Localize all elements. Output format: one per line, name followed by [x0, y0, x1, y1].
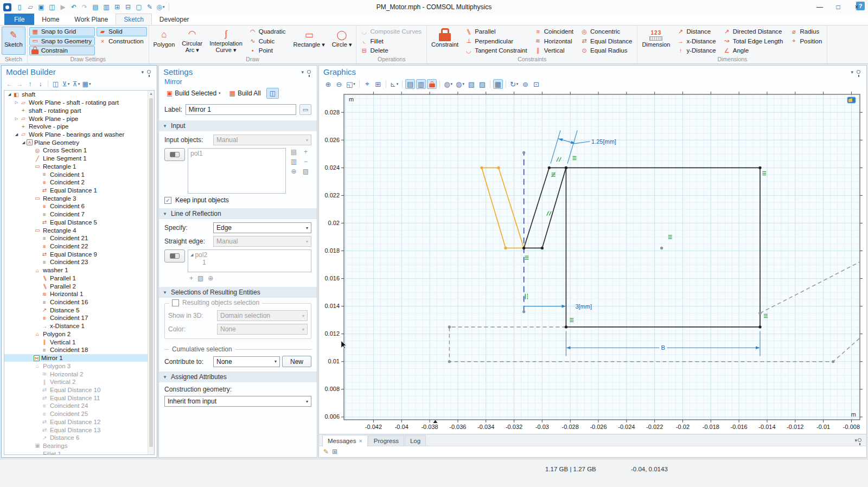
list-item[interactable]: pol1 — [190, 150, 283, 157]
y-distance-button[interactable]: ↑y-Distance — [674, 46, 719, 55]
measurement-table-toggle-button[interactable]: ▦ — [493, 79, 503, 89]
tree-item-x-distance-1[interactable]: →x-Distance 1 — [4, 322, 148, 330]
panel-menu-icon[interactable]: ▾ — [301, 69, 304, 75]
deselect-box-button[interactable]: ▨ — [477, 79, 487, 89]
work-plane-clipping-toggle-button[interactable]: ▥ — [416, 79, 426, 89]
cubic-button[interactable]: ∿Cubic — [247, 37, 289, 46]
select-box-button[interactable]: ▧ — [467, 79, 476, 89]
copy-log-button[interactable]: ⊞ — [332, 448, 337, 456]
specify-select[interactable]: Edge▾ — [213, 222, 311, 233]
expander-icon[interactable]: ◢ — [14, 132, 20, 137]
show-button[interactable]: ◫ — [51, 79, 60, 88]
copy-button[interactable]: ▤ — [91, 2, 100, 12]
tab-home[interactable]: Home — [34, 14, 67, 25]
tree-item-rectangle-4[interactable]: ▭Rectangle 4 — [4, 226, 148, 234]
point-button[interactable]: •Point — [247, 46, 289, 55]
paste-button[interactable]: ▥ — [101, 2, 111, 12]
redo-button[interactable]: ↷ — [80, 2, 90, 12]
snap-to-geometry-button[interactable]: ▭Snap to Geometry — [29, 37, 95, 46]
build-all-button[interactable]: ▦ Build All — [226, 88, 264, 99]
reset-view-button[interactable]: ↻▾ — [509, 79, 519, 89]
construction-geometry-select[interactable]: Inherit from input▾ — [164, 396, 311, 407]
move-up-button[interactable]: ↑ — [25, 79, 35, 88]
panel-menu-icon[interactable]: ▾ — [141, 69, 144, 75]
print-button[interactable]: ⊡ — [531, 79, 541, 89]
panel-menu-icon[interactable]: ▾ — [854, 438, 857, 443]
zoom-to-selection-icon[interactable]: ⊕ — [289, 168, 299, 176]
tab-log[interactable]: Log — [405, 435, 426, 446]
tree-item-revolve-pipe[interactable]: +Revolve - pipe — [4, 123, 148, 131]
vertical-button[interactable]: ∥Vertical — [532, 46, 577, 55]
x-distance-button[interactable]: →x-Distance — [674, 37, 719, 46]
open-recovery-button[interactable]: ◫ — [47, 2, 57, 12]
composite-curves-button[interactable]: ◡Composite Curves — [358, 27, 425, 36]
section-assigned-attributes[interactable]: ▼ Assigned Attributes — [159, 371, 317, 382]
tree-item-coincident-22[interactable]: ≡Coincident 22 — [4, 242, 148, 251]
tree-item-coincident-7[interactable]: ≡Coincident 7 — [4, 210, 148, 219]
constraint-button[interactable]: Constraint — [429, 27, 461, 55]
expander-icon[interactable]: ◢ — [190, 253, 193, 257]
fillet-button[interactable]: ◟Fillet — [358, 37, 425, 46]
collapse-all-button[interactable]: ⊼▾ — [72, 79, 81, 88]
expand-all-button[interactable]: ⊻▾ — [61, 79, 71, 88]
tree-item-equal-distance-9[interactable]: ⇄Equal Distance 9 — [4, 250, 148, 258]
delete-button[interactable]: ⊟ — [123, 2, 133, 12]
reference-point[interactable] — [832, 360, 834, 363]
zoom-to-selection-icon[interactable]: ⊕ — [208, 274, 213, 283]
clear-log-button[interactable]: ✎ — [323, 448, 329, 456]
clear-selection-icon[interactable]: ▨ — [301, 168, 311, 176]
tree-item-shaft-rotating-part[interactable]: +shaft - rotating part — [4, 106, 148, 114]
view-orientation-button[interactable]: ⊾▾ — [389, 79, 399, 89]
tree-item-equal-distance-12[interactable]: ⇄Equal Distance 12 — [4, 418, 148, 426]
run-button[interactable]: ▶ — [58, 2, 68, 12]
tree-item-line-segment-1[interactable]: ╱Line Segment 1 — [4, 155, 148, 163]
tree-item-distance-5[interactable]: ↗Distance 5 — [4, 306, 148, 314]
tree-item-coincident-17[interactable]: ≡Coincident 17 — [4, 314, 148, 322]
parallel-button[interactable]: ∥Parallel — [463, 27, 531, 36]
tree-item-distance-6[interactable]: ↗Distance 6 — [4, 434, 148, 442]
tree-item-work-plane-shaft-rotating-part[interactable]: ▷▱Work Plane - shaft - rotating part — [4, 99, 148, 107]
edit-button[interactable]: ✎ — [145, 2, 155, 12]
contribute-to-select[interactable]: None▾ — [213, 356, 280, 367]
tree-item-coincident-1[interactable]: ≡Coincident 1 — [4, 170, 148, 178]
minimize-button[interactable]: — — [810, 1, 829, 14]
tree-item-rectangle-1[interactable]: ▭Rectangle 1 — [4, 162, 148, 170]
horizontal-button[interactable]: ≋Horizontal — [532, 37, 577, 46]
reference-point[interactable] — [448, 325, 451, 328]
tree-item-coincident-16[interactable]: ≡Coincident 16 — [4, 298, 148, 306]
perpendicular-button[interactable]: ⊥Perpendicular — [463, 37, 531, 46]
tree-item-equal-distance-10[interactable]: ⇄Equal Distance 10 — [4, 386, 148, 394]
tree-item-polygon-2[interactable]: ⌂Polygon 2 — [4, 330, 148, 338]
new-file-button[interactable]: ▯ — [15, 2, 24, 12]
environment-button[interactable]: ◍▾ — [455, 79, 465, 89]
expander-icon[interactable]: ▷ — [14, 117, 20, 121]
color-select[interactable]: None▾ — [217, 324, 308, 335]
vertex-point[interactable] — [480, 166, 483, 169]
scrollbar-thumb[interactable] — [149, 98, 153, 447]
sketch-button[interactable]: ✎Sketch — [2, 27, 25, 55]
grid-toggle-button[interactable]: ▤ — [405, 79, 415, 89]
solid-button[interactable]: ▰Solid — [97, 27, 147, 36]
tree-item-equal-distance-11[interactable]: ⇄Equal Distance 11 — [4, 394, 148, 402]
zoom-extents-button[interactable]: ⌖ — [362, 79, 372, 89]
tree-item-mirror-1[interactable]: ⋈Mirror 1 — [4, 354, 148, 362]
snapshot-button[interactable]: ⊚ — [520, 79, 530, 89]
panel-menu-icon[interactable]: ▾ — [851, 69, 853, 75]
reference-point[interactable] — [522, 310, 525, 313]
sketch-plot[interactable]: -0.042-0.04-0.038-0.036-0.034-0.032-0.03… — [319, 90, 866, 434]
pin-icon[interactable] — [857, 70, 860, 74]
show-in-3d-select[interactable]: Domain selection▾ — [217, 310, 308, 321]
duplicate-button[interactable]: ⊞ — [112, 2, 122, 12]
reference-point[interactable] — [522, 151, 525, 154]
zoom-in-button[interactable]: ⊕ — [323, 79, 333, 89]
tree-item-coincident-24[interactable]: ≡Coincident 24 — [4, 402, 148, 410]
forward-button[interactable]: → — [15, 79, 24, 88]
section-line-of-reflection[interactable]: ▼ Line of Reflection — [159, 208, 317, 219]
section-input[interactable]: ▼ Input — [159, 120, 317, 131]
reference-point[interactable] — [758, 312, 761, 315]
scroll-up-icon[interactable]: ▲ — [148, 91, 154, 97]
pin-icon[interactable] — [858, 438, 861, 442]
keep-input-objects-checkbox[interactable]: ✓ — [164, 197, 171, 204]
tree-item-coincident-18[interactable]: ≡Coincident 18 — [4, 346, 148, 354]
tree-item-equal-distance-13[interactable]: ⇄Equal Distance 13 — [4, 426, 148, 434]
